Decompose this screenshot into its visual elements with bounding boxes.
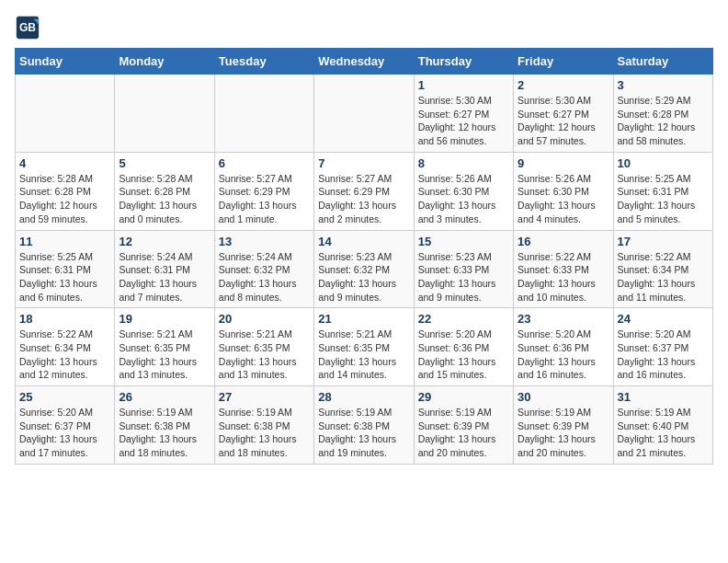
calendar-cell: 31Sunrise: 5:19 AM Sunset: 6:40 PM Dayli… — [613, 386, 712, 465]
calendar-cell: 5Sunrise: 5:28 AM Sunset: 6:28 PM Daylig… — [115, 152, 214, 230]
day-number: 19 — [119, 312, 210, 326]
day-info: Sunrise: 5:24 AM Sunset: 6:32 PM Dayligh… — [219, 250, 310, 304]
calendar-cell: 21Sunrise: 5:21 AM Sunset: 6:35 PM Dayli… — [314, 308, 414, 386]
day-info: Sunrise: 5:21 AM Sunset: 6:35 PM Dayligh… — [318, 327, 409, 382]
day-info: Sunrise: 5:20 AM Sunset: 6:36 PM Dayligh… — [518, 327, 609, 382]
day-number: 10 — [618, 156, 709, 170]
calendar-cell: 10Sunrise: 5:25 AM Sunset: 6:31 PM Dayli… — [613, 152, 712, 230]
day-info: Sunrise: 5:27 AM Sunset: 6:29 PM Dayligh… — [219, 172, 310, 226]
calendar-cell: 29Sunrise: 5:19 AM Sunset: 6:39 PM Dayli… — [414, 386, 513, 465]
day-info: Sunrise: 5:19 AM Sunset: 6:38 PM Dayligh… — [318, 406, 409, 460]
day-info: Sunrise: 5:19 AM Sunset: 6:40 PM Dayligh… — [618, 406, 709, 460]
day-number: 2 — [518, 78, 609, 92]
day-info: Sunrise: 5:21 AM Sunset: 6:35 PM Dayligh… — [119, 327, 210, 382]
weekday-header-monday: Monday — [115, 49, 214, 75]
day-info: Sunrise: 5:22 AM Sunset: 6:34 PM Dayligh… — [19, 327, 110, 382]
day-number: 5 — [119, 156, 210, 170]
day-info: Sunrise: 5:28 AM Sunset: 6:28 PM Dayligh… — [19, 172, 110, 226]
day-number: 29 — [418, 390, 509, 404]
page-header: GB — [15, 15, 713, 40]
day-number: 17 — [618, 235, 709, 248]
calendar-cell: 2Sunrise: 5:30 AM Sunset: 6:27 PM Daylig… — [514, 75, 613, 153]
day-info: Sunrise: 5:26 AM Sunset: 6:30 PM Dayligh… — [418, 172, 509, 226]
day-number: 16 — [518, 235, 609, 248]
weekday-header-thursday: Thursday — [414, 49, 513, 75]
calendar-cell: 28Sunrise: 5:19 AM Sunset: 6:38 PM Dayli… — [314, 386, 414, 465]
day-number: 31 — [618, 390, 709, 404]
logo: GB — [15, 15, 42, 40]
day-number: 26 — [119, 390, 210, 404]
day-info: Sunrise: 5:30 AM Sunset: 6:27 PM Dayligh… — [418, 94, 509, 148]
day-number: 25 — [19, 390, 110, 404]
calendar-cell: 30Sunrise: 5:19 AM Sunset: 6:39 PM Dayli… — [514, 386, 613, 465]
day-number: 27 — [219, 390, 310, 404]
weekday-header-tuesday: Tuesday — [214, 49, 313, 75]
weekday-header-wednesday: Wednesday — [314, 49, 414, 75]
day-number: 24 — [618, 312, 709, 326]
calendar-cell — [115, 75, 214, 153]
calendar-cell — [314, 75, 414, 153]
day-info: Sunrise: 5:22 AM Sunset: 6:34 PM Dayligh… — [618, 250, 709, 304]
day-number: 6 — [219, 156, 310, 170]
day-number: 12 — [119, 235, 210, 248]
day-number: 20 — [219, 312, 310, 326]
day-info: Sunrise: 5:29 AM Sunset: 6:28 PM Dayligh… — [618, 94, 709, 148]
day-number: 8 — [418, 156, 509, 170]
weekday-header-row: SundayMondayTuesdayWednesdayThursdayFrid… — [16, 49, 713, 75]
calendar-cell: 8Sunrise: 5:26 AM Sunset: 6:30 PM Daylig… — [414, 152, 513, 230]
day-info: Sunrise: 5:23 AM Sunset: 6:32 PM Dayligh… — [318, 250, 409, 304]
calendar-cell: 18Sunrise: 5:22 AM Sunset: 6:34 PM Dayli… — [16, 308, 115, 386]
calendar-cell: 1Sunrise: 5:30 AM Sunset: 6:27 PM Daylig… — [414, 75, 513, 153]
day-number: 30 — [518, 390, 609, 404]
day-number: 15 — [418, 235, 509, 248]
calendar-cell: 23Sunrise: 5:20 AM Sunset: 6:36 PM Dayli… — [514, 308, 613, 386]
day-info: Sunrise: 5:22 AM Sunset: 6:33 PM Dayligh… — [518, 250, 609, 304]
calendar-cell: 17Sunrise: 5:22 AM Sunset: 6:34 PM Dayli… — [613, 230, 712, 308]
day-info: Sunrise: 5:27 AM Sunset: 6:29 PM Dayligh… — [318, 172, 409, 226]
calendar-cell: 6Sunrise: 5:27 AM Sunset: 6:29 PM Daylig… — [214, 152, 313, 230]
calendar-cell: 13Sunrise: 5:24 AM Sunset: 6:32 PM Dayli… — [214, 230, 313, 308]
day-number: 9 — [518, 156, 609, 170]
day-info: Sunrise: 5:24 AM Sunset: 6:31 PM Dayligh… — [119, 250, 210, 304]
calendar-cell — [16, 75, 115, 153]
calendar-cell: 27Sunrise: 5:19 AM Sunset: 6:38 PM Dayli… — [214, 386, 313, 465]
weekday-header-friday: Friday — [514, 49, 613, 75]
day-info: Sunrise: 5:23 AM Sunset: 6:33 PM Dayligh… — [418, 250, 509, 304]
calendar-cell: 11Sunrise: 5:25 AM Sunset: 6:31 PM Dayli… — [16, 230, 115, 308]
day-number: 23 — [518, 312, 609, 326]
calendar-cell: 12Sunrise: 5:24 AM Sunset: 6:31 PM Dayli… — [115, 230, 214, 308]
logo-icon: GB — [15, 15, 40, 40]
calendar-cell: 16Sunrise: 5:22 AM Sunset: 6:33 PM Dayli… — [514, 230, 613, 308]
calendar-cell: 15Sunrise: 5:23 AM Sunset: 6:33 PM Dayli… — [414, 230, 513, 308]
day-number: 21 — [318, 312, 409, 326]
day-number: 28 — [318, 390, 409, 404]
day-number: 22 — [418, 312, 509, 326]
day-info: Sunrise: 5:25 AM Sunset: 6:31 PM Dayligh… — [618, 172, 709, 226]
calendar-week-2: 4Sunrise: 5:28 AM Sunset: 6:28 PM Daylig… — [16, 152, 713, 230]
calendar-cell: 24Sunrise: 5:20 AM Sunset: 6:37 PM Dayli… — [613, 308, 712, 386]
day-info: Sunrise: 5:28 AM Sunset: 6:28 PM Dayligh… — [119, 172, 210, 226]
day-info: Sunrise: 5:20 AM Sunset: 6:37 PM Dayligh… — [618, 327, 709, 382]
day-number: 7 — [318, 156, 409, 170]
day-number: 3 — [618, 78, 709, 92]
day-number: 13 — [219, 235, 310, 248]
calendar-table: SundayMondayTuesdayWednesdayThursdayFrid… — [15, 48, 713, 465]
calendar-cell — [214, 75, 313, 153]
day-number: 14 — [318, 235, 409, 248]
day-info: Sunrise: 5:20 AM Sunset: 6:37 PM Dayligh… — [19, 406, 110, 460]
calendar-cell: 20Sunrise: 5:21 AM Sunset: 6:35 PM Dayli… — [214, 308, 313, 386]
day-info: Sunrise: 5:19 AM Sunset: 6:38 PM Dayligh… — [219, 406, 310, 460]
svg-text:GB: GB — [19, 21, 36, 34]
weekday-header-sunday: Sunday — [16, 49, 115, 75]
calendar-week-4: 18Sunrise: 5:22 AM Sunset: 6:34 PM Dayli… — [16, 308, 713, 386]
day-info: Sunrise: 5:20 AM Sunset: 6:36 PM Dayligh… — [418, 327, 509, 382]
day-info: Sunrise: 5:26 AM Sunset: 6:30 PM Dayligh… — [518, 172, 609, 226]
calendar-cell: 19Sunrise: 5:21 AM Sunset: 6:35 PM Dayli… — [115, 308, 214, 386]
day-info: Sunrise: 5:25 AM Sunset: 6:31 PM Dayligh… — [19, 250, 110, 304]
calendar-week-5: 25Sunrise: 5:20 AM Sunset: 6:37 PM Dayli… — [16, 386, 713, 465]
calendar-cell: 3Sunrise: 5:29 AM Sunset: 6:28 PM Daylig… — [613, 75, 712, 153]
day-number: 1 — [418, 78, 509, 92]
day-number: 4 — [19, 156, 110, 170]
calendar-cell: 26Sunrise: 5:19 AM Sunset: 6:38 PM Dayli… — [115, 386, 214, 465]
calendar-cell: 9Sunrise: 5:26 AM Sunset: 6:30 PM Daylig… — [514, 152, 613, 230]
